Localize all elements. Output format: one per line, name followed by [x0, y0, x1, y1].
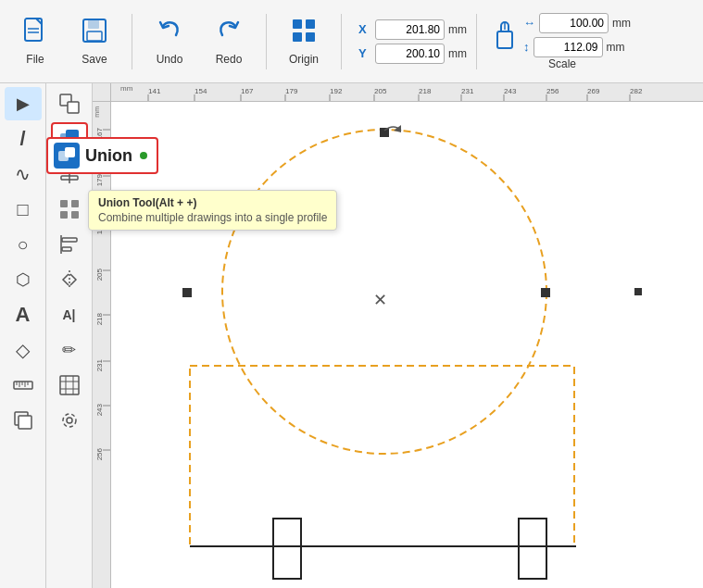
- divider-2: [266, 14, 267, 69]
- main-toolbar: File Save Undo Redo Origin: [0, 0, 703, 83]
- y-coord-row: Y mm: [358, 44, 467, 64]
- sidebar2-item-grid4[interactable]: [51, 193, 88, 226]
- coord-group: X mm Y mm: [358, 19, 467, 64]
- drawing-area[interactable]: ✕: [111, 102, 703, 588]
- scale-label: Scale: [548, 57, 576, 70]
- divider-4: [476, 14, 477, 69]
- save-label: Save: [82, 53, 107, 66]
- pillar-left: [273, 519, 301, 579]
- svg-rect-32: [62, 238, 77, 242]
- sidebar-item-curve[interactable]: ∿: [5, 157, 42, 191]
- handle-left-circle: [182, 288, 192, 297]
- origin-icon: [290, 17, 318, 51]
- undo-label: Undo: [157, 53, 183, 66]
- tooltip-desc: Combine multiple drawings into a single …: [98, 211, 327, 224]
- scale-inputs: ↔ mm ↕ mm: [523, 13, 631, 57]
- svg-rect-19: [19, 416, 31, 429]
- svg-rect-28: [71, 200, 79, 207]
- svg-rect-8: [293, 32, 302, 42]
- x-label: X: [358, 22, 371, 36]
- union-icon: [54, 143, 80, 169]
- undo-icon: [156, 17, 183, 51]
- svg-rect-4: [88, 19, 99, 29]
- save-icon: [81, 17, 108, 51]
- svg-point-40: [67, 418, 72, 423]
- divider-3: [341, 14, 342, 69]
- origin-label: Origin: [289, 53, 319, 66]
- x-unit: mm: [448, 23, 467, 36]
- x-input[interactable]: [375, 19, 445, 40]
- canvas-area[interactable]: mm 141 154 167 179 192 205 218 231 243 2…: [93, 83, 703, 588]
- sidebar2-item-text2[interactable]: A|: [51, 298, 88, 332]
- left-sidebar: ▶ / ∿ □ ○ ⬡ A ◇: [0, 83, 46, 588]
- sidebar2-item-grid-detail[interactable]: [51, 369, 88, 402]
- svg-rect-33: [62, 247, 71, 251]
- ruler-top: mm 141 154 167 179 192 205 218 231 243 2…: [111, 83, 703, 102]
- sidebar-item-select[interactable]: ▶: [5, 87, 42, 120]
- center-cross: ✕: [373, 291, 387, 309]
- union-tooltip: Union Tool(Alt + +) Combine multiple dra…: [88, 190, 337, 231]
- y-label: Y: [358, 46, 371, 60]
- scale-group: ↔ mm ↕ mm Scale: [494, 13, 631, 70]
- sidebar2-item-align-left[interactable]: [51, 228, 88, 261]
- y-input[interactable]: [375, 44, 445, 64]
- save-button[interactable]: Save: [67, 9, 122, 74]
- svg-point-41: [63, 414, 76, 427]
- scale-h-unit: mm: [607, 41, 625, 54]
- x-coord-row: X mm: [358, 19, 467, 40]
- scale-icon-area: [494, 17, 516, 54]
- scale-h-input[interactable]: [534, 37, 603, 57]
- ruler-corner: [93, 83, 111, 102]
- main-svg: ✕: [111, 102, 703, 588]
- svg-rect-29: [60, 211, 68, 219]
- file-icon: [21, 17, 49, 51]
- redo-icon: [215, 17, 243, 51]
- union-active-dot: [140, 152, 147, 159]
- handle-right-circle: [541, 288, 550, 297]
- scale-h-row: ↕ mm: [523, 37, 631, 57]
- file-button[interactable]: File: [7, 9, 63, 74]
- svg-rect-43: [65, 147, 75, 157]
- sidebar-item-rectangle[interactable]: □: [5, 193, 42, 226]
- svg-rect-6: [293, 19, 302, 29]
- handle-right-small: [634, 288, 642, 295]
- sidebar-item-polygon[interactable]: ⬡: [5, 263, 42, 296]
- sidebar2-item-settings[interactable]: [51, 404, 88, 437]
- svg-rect-10: [497, 31, 512, 48]
- sidebar-item-diamond[interactable]: ◇: [5, 333, 42, 367]
- redo-button[interactable]: Redo: [201, 9, 257, 74]
- svg-rect-5: [87, 31, 102, 41]
- sidebar2-item-clip[interactable]: [51, 87, 88, 120]
- svg-rect-9: [306, 32, 315, 42]
- pillar-right: [519, 519, 546, 579]
- scale-w-row: ↔ mm: [523, 13, 631, 33]
- sidebar2-item-mirror[interactable]: [51, 263, 88, 296]
- undo-button[interactable]: Undo: [142, 9, 197, 74]
- ruler-left: mm 167 179 192 205 218 231 243 256: [93, 102, 111, 588]
- union-label: Union: [85, 146, 132, 166]
- scale-w-input[interactable]: [539, 13, 609, 33]
- svg-rect-35: [60, 376, 79, 394]
- scale-h-icon: ↕: [523, 40, 530, 54]
- sidebar-item-layers[interactable]: [5, 404, 42, 437]
- sidebar2-item-pen[interactable]: ✏: [51, 333, 88, 367]
- redo-label: Redo: [216, 53, 243, 66]
- scale-w-icon: ↔: [523, 16, 535, 30]
- sidebar-item-text[interactable]: A: [5, 298, 42, 332]
- sidebar-item-line[interactable]: /: [5, 122, 42, 156]
- file-label: File: [26, 53, 44, 66]
- sidebar-item-ellipse[interactable]: ○: [5, 228, 42, 261]
- origin-button[interactable]: Origin: [276, 9, 332, 74]
- scale-w-unit: mm: [612, 17, 631, 30]
- divider-1: [132, 14, 132, 69]
- svg-rect-21: [68, 102, 79, 113]
- lock-icon: [494, 17, 516, 54]
- union-tool-label[interactable]: Union: [46, 137, 158, 174]
- svg-rect-27: [60, 200, 68, 207]
- svg-rect-7: [306, 19, 315, 29]
- y-unit: mm: [448, 47, 467, 60]
- sidebar-item-ruler[interactable]: [5, 369, 42, 402]
- svg-rect-30: [71, 211, 79, 219]
- tooltip-title: Union Tool(Alt + +): [98, 196, 327, 209]
